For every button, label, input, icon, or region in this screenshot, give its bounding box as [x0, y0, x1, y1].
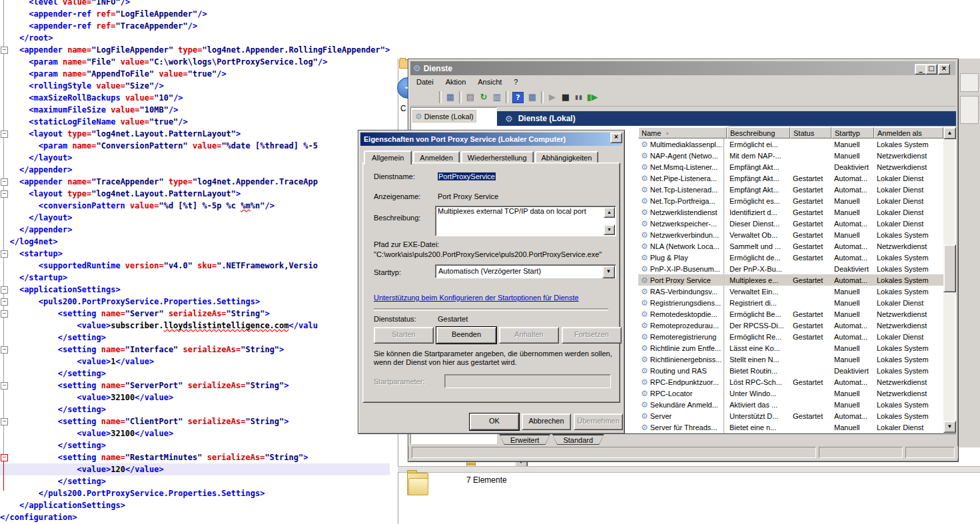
menu-item-datei[interactable]: Datei: [410, 77, 440, 87]
fold-collapse-icon[interactable]: −: [1, 131, 8, 138]
service-row[interactable]: ⚙RPC-Endpunktzuor...Löst RPC-Sch...Gesta…: [638, 376, 943, 388]
toolbar-refresh-icon[interactable]: ↻: [477, 91, 490, 103]
close-button[interactable]: ×: [938, 64, 950, 75]
fold-collapse-icon[interactable]: −: [1, 382, 8, 390]
scroll-down-icon[interactable]: ▼: [604, 224, 615, 235]
scroll-down-button[interactable]: ▼: [943, 421, 956, 433]
scrollbar-thumb[interactable]: [943, 244, 956, 292]
service-starttype: Deaktiviert: [831, 367, 874, 375]
menu-item-ansicht[interactable]: Ansicht: [472, 77, 508, 87]
xml-code-editor[interactable]: <level value="INFO"/> <appender-ref ref=…: [0, 0, 398, 524]
fold-collapse-icon[interactable]: −: [1, 190, 8, 198]
service-row[interactable]: ⚙RPC-LocatorUnter Windo...ManuellNetzwer…: [638, 388, 943, 399]
code-line: <setting name="RestartMinutes" serialize…: [0, 451, 390, 463]
service-gear-icon: ⚙: [641, 242, 648, 251]
explorer-divider: [398, 466, 980, 473]
service-gear-icon: ⚙: [641, 332, 648, 342]
service-row[interactable]: ⚙NLA (Network Loca...Sammelt und ...Gest…: [638, 240, 943, 252]
toolbar-forward-icon[interactable]: [424, 91, 437, 103]
service-row[interactable]: ⚙RAS-Verbindungsv...Verwaltet Ein...Manu…: [638, 286, 943, 297]
service-row[interactable]: ⚙Net.Msmq-Listener...Empfängt Akt...Deak…: [638, 161, 943, 172]
starttyp-combobox[interactable]: Automatisch (Verzögerter Start) ▼: [435, 264, 616, 278]
services-titlebar[interactable]: ⚙ Dienste _ □ ×: [410, 61, 955, 75]
service-row[interactable]: ⚙Registrierungsdiens...Registriert di...…: [638, 297, 943, 308]
column-header-beschreibung[interactable]: Beschreibung: [727, 127, 790, 138]
service-row[interactable]: ⚙Netzwerkspeicher-...Dieser Dienst...Ges…: [638, 218, 943, 229]
dialog-tab-abhängigkeiten[interactable]: Abhängigkeiten: [535, 151, 599, 163]
toolbar-restart-icon[interactable]: ▮▶: [586, 91, 599, 103]
tree-item-dienste-lokal[interactable]: ⚙ Dienste (Lokal): [412, 110, 476, 123]
fold-collapse-icon[interactable]: −: [1, 47, 8, 54]
service-row[interactable]: ⚙NAP-Agent (Netwo...Mit dem NAP-...Manue…: [638, 150, 943, 161]
service-gear-icon: ⚙: [641, 287, 648, 296]
service-row[interactable]: ⚙Richtlinie zum Entfe...Lässt eine Ko...…: [638, 342, 943, 354]
abbrechen-button[interactable]: Abbrechen: [522, 413, 571, 430]
view-tab-erweitert[interactable]: Erweitert: [499, 433, 550, 445]
service-row[interactable]: ⚙PnP-X-IP-Busenum...Der PnP-X-Bu...Deakt…: [638, 263, 943, 274]
toolbar-export-list-icon[interactable]: ▥: [490, 91, 504, 103]
service-row[interactable]: ⚙Server für Threads...Bietet eine n...Ma…: [638, 421, 943, 433]
service-logon-as: Lokales System: [874, 254, 943, 262]
toolbar-pause-icon[interactable]: ▮▮: [572, 91, 586, 103]
services-scrollbar[interactable]: ▲ ▼: [943, 127, 955, 433]
beschreibung-textbox[interactable]: Multiplexes external TCP/IP data on loca…: [435, 206, 616, 236]
toolbar-back-icon[interactable]: [410, 91, 424, 103]
service-row[interactable]: ⚙Remoteprozedurau...Der RPCSS-Di...Gesta…: [638, 320, 943, 331]
toolbar-console-tree-icon[interactable]: ▦: [444, 91, 457, 103]
service-row[interactable]: ⚙ServerUnterstützt D...GestartetAutomat.…: [638, 410, 943, 421]
dialog-tab-anmelden[interactable]: Anmelden: [413, 151, 460, 163]
service-row[interactable]: ⚙Remotedesktopdie...Ermöglicht Be...Gest…: [638, 308, 943, 320]
toolbar-standard-view-icon[interactable]: ▦: [526, 91, 539, 103]
fold-collapse-icon[interactable]: −: [1, 346, 8, 354]
fold-collapse-icon[interactable]: −: [1, 286, 8, 294]
fold-collapse-icon[interactable]: −: [1, 310, 8, 318]
fold-collapse-icon-changed[interactable]: −: [1, 454, 8, 461]
column-header-starttyp[interactable]: Starttyp: [831, 127, 874, 138]
toolbar-help-icon[interactable]: ?: [512, 92, 524, 103]
toolbar-properties-icon[interactable]: ▤: [464, 91, 477, 103]
anhalten-button[interactable]: Anhalten: [499, 327, 559, 344]
service-gear-icon: ⚙: [641, 344, 648, 353]
uebernehmen-button[interactable]: Übernehmen: [574, 413, 623, 430]
service-row[interactable]: ⚙Plug & PlayErmöglicht de...GestartetAut…: [638, 252, 943, 263]
service-row[interactable]: ⚙Sekundäre Anmeld...Aktiviert das ...Man…: [638, 399, 943, 410]
startparameter-input[interactable]: [444, 374, 611, 388]
ok-button[interactable]: OK: [470, 413, 519, 430]
scroll-up-button[interactable]: ▲: [943, 127, 956, 139]
code-area[interactable]: <level value="INFO"/> <appender-ref ref=…: [0, 0, 390, 523]
service-row[interactable]: ⚙NetzwerklistendienstIdentifiziert d...G…: [638, 206, 943, 218]
toolbar-play-icon[interactable]: ▶: [546, 91, 559, 103]
startoptions-help-link[interactable]: Unterstützung beim Konfigurieren der Sta…: [374, 294, 579, 302]
service-row[interactable]: ⚙Port Proxy ServiceMultiplexes e...Gesta…: [638, 274, 943, 286]
service-row[interactable]: ⚙Multimediaklassenpl...Ermöglicht ei...M…: [638, 138, 943, 150]
scroll-up-icon[interactable]: ▲: [604, 207, 615, 218]
view-tab-standard[interactable]: Standard: [552, 433, 604, 445]
fortsetzen-button[interactable]: Fortsetzen: [562, 327, 622, 344]
service-row[interactable]: ⚙Net.Tcp-Portfreiga...Ermöglicht es...Ge…: [638, 195, 943, 206]
service-row[interactable]: ⚙Netzwerkverbindun...Verwaltet Ob...Gest…: [638, 229, 943, 240]
service-row[interactable]: ⚙Net.Tcp-Listenerad...Empfängt Akt...Ges…: [638, 184, 943, 195]
combobox-dropdown-button[interactable]: ▼: [602, 266, 615, 278]
service-row[interactable]: ⚙Routing und RASBietet Routin...Deaktivi…: [638, 365, 943, 376]
service-row[interactable]: ⚙Net.Pipe-Listenera...Empfängt Akt...Ges…: [638, 172, 943, 184]
starten-button[interactable]: Starten: [374, 327, 434, 344]
fold-collapse-icon[interactable]: −: [1, 178, 8, 186]
dialog-tab-wiederherstellung[interactable]: Wiederherstellung: [461, 151, 534, 163]
fold-collapse-icon[interactable]: −: [1, 298, 8, 306]
toolbar-stop-icon[interactable]: ■: [559, 91, 572, 103]
service-row[interactable]: ⚙RemoteregistrierungErmöglicht Re...Gest…: [638, 331, 943, 342]
service-gear-icon: ⚙: [641, 208, 648, 217]
maximize-button[interactable]: □: [925, 64, 937, 75]
beenden-button[interactable]: Beenden: [436, 327, 496, 344]
menu-item-aktion[interactable]: Aktion: [440, 77, 472, 87]
menu-item-[interactable]: ?: [508, 77, 524, 87]
column-header-name[interactable]: Name▲: [638, 127, 727, 138]
column-header-status[interactable]: Status: [790, 127, 831, 138]
dialog-close-button[interactable]: ×: [610, 132, 622, 143]
fold-collapse-icon[interactable]: −: [1, 418, 8, 425]
dialog-titlebar[interactable]: Eigenschaften von Port Proxy Service (Lo…: [360, 132, 622, 146]
fold-collapse-icon[interactable]: −: [1, 250, 8, 258]
column-header-anmelden-als[interactable]: Anmelden als: [874, 127, 943, 138]
dialog-tab-allgemein[interactable]: Allgemein: [364, 150, 412, 164]
service-row[interactable]: ⚙Richtlinienergebniss...Stellt einen N..…: [638, 354, 943, 365]
